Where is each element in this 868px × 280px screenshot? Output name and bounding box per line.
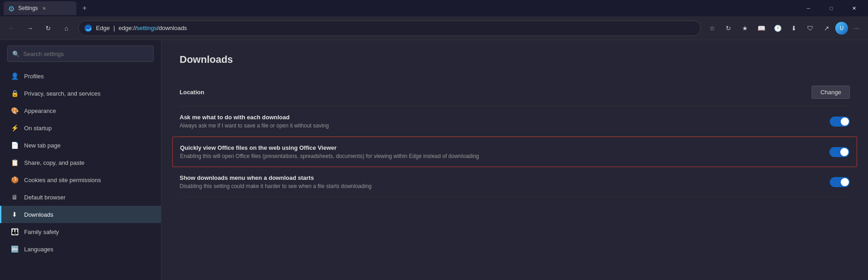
sidebar-item-privacy[interactable]: 🔒 Privacy, search, and services [0, 85, 161, 102]
collections-icon[interactable]: ↻ [721, 20, 736, 36]
location-label: Location [180, 89, 204, 96]
address-bar[interactable]: Edge | edge://settings/downloads [78, 20, 701, 36]
sidebar-item-new-tab[interactable]: 📄 New tab page [0, 137, 161, 154]
sidebar-item-label-privacy: Privacy, search, and services [24, 90, 100, 97]
on-startup-icon: ⚡ [10, 124, 19, 132]
history-icon[interactable]: 🕐 [770, 20, 785, 36]
sidebar-item-languages[interactable]: 🔤 Languages [0, 240, 161, 258]
office-viewer-toggle[interactable] [829, 147, 849, 157]
default-browser-icon: 🖥 [10, 193, 19, 201]
search-input[interactable] [23, 51, 149, 57]
show-downloads-title: Show downloads menu when a download star… [180, 174, 371, 181]
family-safety-icon: 👪 [10, 228, 19, 236]
address-link: settings [137, 25, 157, 31]
favorites-bar-icon[interactable]: ★ [737, 20, 753, 36]
office-viewer-title: Quickly view Office files on the web usi… [180, 144, 479, 151]
navigation-bar: ← → ↻ ⌂ Edge | edge://settings/downloads… [0, 16, 868, 40]
title-bar: ⚙ Settings ✕ + ─ □ ✕ [0, 0, 868, 16]
home-button[interactable]: ⌂ [58, 20, 75, 36]
main-layout: 🔍 👤 Profiles 🔒 Privacy, search, and serv… [0, 40, 868, 280]
sidebar-item-on-startup[interactable]: ⚡ On startup [0, 119, 161, 137]
appearance-icon: 🎨 [10, 107, 19, 115]
settings-tab-icon: ⚙ [8, 5, 15, 12]
profile-avatar[interactable]: U [835, 22, 848, 35]
window-controls: ─ □ ✕ [798, 1, 864, 15]
more-tools-button[interactable]: ··· [849, 20, 864, 36]
share-icon[interactable]: ↗ [819, 20, 834, 36]
edge-logo-icon [84, 24, 92, 32]
sidebar: 🔍 👤 Profiles 🔒 Privacy, search, and serv… [0, 40, 161, 280]
languages-icon: 🔤 [10, 245, 19, 253]
address-url: edge://settings/downloads [119, 25, 187, 31]
sidebar-item-label-cookies: Cookies and site permissions [24, 177, 101, 183]
sidebar-item-label-downloads: Downloads [24, 211, 53, 218]
search-icon: 🔍 [12, 51, 20, 57]
minimize-button[interactable]: ─ [798, 1, 819, 15]
sidebar-item-label-default-browser: Default browser [24, 194, 65, 201]
downloads-icon[interactable]: ⬇ [786, 20, 802, 36]
sidebar-item-downloads[interactable]: ⬇ Downloads [0, 206, 161, 223]
address-separator: | [113, 25, 115, 31]
ask-download-setting: Ask me what to do with each download Alw… [180, 107, 850, 137]
sidebar-item-label-family-safety: Family safety [24, 229, 59, 235]
ask-download-top: Ask me what to do with each download Alw… [180, 114, 850, 129]
show-downloads-toggle[interactable] [830, 177, 850, 187]
edge-guard-icon[interactable]: 🛡 [803, 20, 818, 36]
forward-button[interactable]: → [22, 20, 38, 36]
share-copy-icon: 📋 [10, 158, 19, 167]
tab-area: ⚙ Settings ✕ + [4, 1, 796, 15]
close-button[interactable]: ✕ [843, 1, 864, 15]
office-viewer-top: Quickly view Office files on the web usi… [180, 144, 849, 159]
cookies-icon: 🍪 [10, 176, 19, 184]
show-downloads-top: Show downloads menu when a download star… [180, 174, 850, 189]
browser-name: Edge [96, 25, 110, 31]
tab-close-button[interactable]: ✕ [40, 5, 48, 12]
page-title: Downloads [180, 54, 850, 66]
content-area: Downloads Location Change Ask me what to… [161, 40, 868, 280]
sidebar-item-default-browser[interactable]: 🖥 Default browser [0, 188, 161, 206]
toolbar-icons: ☆ ↻ ★ 📖 🕐 ⬇ 🛡 ↗ U ··· [704, 20, 864, 36]
sidebar-item-label-appearance: Appearance [24, 107, 56, 114]
sidebar-item-label-on-startup: On startup [24, 125, 52, 132]
settings-tab[interactable]: ⚙ Settings ✕ [4, 1, 76, 15]
new-tab-button[interactable]: + [78, 2, 91, 15]
downloads-nav-icon: ⬇ [10, 210, 19, 219]
maximize-button[interactable]: □ [821, 1, 842, 15]
sidebar-item-label-profiles: Profiles [24, 73, 44, 80]
favorites-icon[interactable]: ☆ [704, 20, 720, 36]
privacy-icon: 🔒 [10, 89, 19, 97]
profiles-icon: 👤 [10, 72, 19, 80]
office-viewer-setting: Quickly view Office files on the web usi… [172, 137, 857, 167]
ask-download-toggle[interactable] [830, 117, 850, 127]
new-tab-page-icon: 📄 [10, 141, 19, 149]
immersive-reader-icon[interactable]: 📖 [753, 20, 769, 36]
search-box[interactable]: 🔍 [7, 46, 154, 62]
show-downloads-setting: Show downloads menu when a download star… [180, 167, 850, 197]
back-button[interactable]: ← [4, 20, 20, 36]
sidebar-item-profiles[interactable]: 👤 Profiles [0, 67, 161, 85]
sidebar-item-appearance[interactable]: 🎨 Appearance [0, 102, 161, 119]
office-viewer-desc: Enabling this will open Office files (pr… [180, 153, 479, 159]
settings-tab-label: Settings [18, 5, 38, 11]
location-row: Location Change [180, 78, 850, 107]
sidebar-item-share[interactable]: 📋 Share, copy, and paste [0, 154, 161, 171]
ask-download-title: Ask me what to do with each download [180, 114, 329, 121]
sidebar-item-label-new-tab: New tab page [24, 142, 60, 149]
address-prefix: edge:// [119, 25, 137, 31]
sidebar-item-label-share: Share, copy, and paste [24, 159, 85, 166]
refresh-button[interactable]: ↻ [40, 20, 56, 36]
sidebar-item-family-safety[interactable]: 👪 Family safety [0, 223, 161, 240]
change-location-button[interactable]: Change [812, 86, 850, 99]
show-downloads-desc: Disabling this setting could make it har… [180, 183, 371, 189]
sidebar-item-label-languages: Languages [24, 246, 53, 253]
ask-download-desc: Always ask me if I want to save a file o… [180, 122, 329, 129]
sidebar-item-cookies[interactable]: 🍪 Cookies and site permissions [0, 171, 161, 188]
address-suffix: /downloads [157, 25, 187, 31]
